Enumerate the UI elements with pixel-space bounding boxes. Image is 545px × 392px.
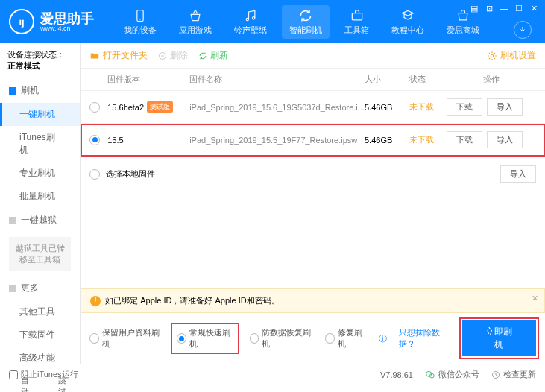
toolbar: 打开文件夹 删除 刷新 刷机设置 xyxy=(81,43,545,69)
nav-tutorials[interactable]: 教程中心 xyxy=(384,5,432,39)
sidebar-item-batch-flash[interactable]: 批量刷机 xyxy=(0,185,80,208)
sidebar-group-more[interactable]: 更多 xyxy=(0,276,80,300)
maximize-icon[interactable]: ☐ xyxy=(514,3,524,13)
mode-keep-data[interactable]: 保留用户资料刷机 xyxy=(89,327,160,350)
sidebar-item-pro-flash[interactable]: 专业刷机 xyxy=(0,162,80,185)
app-url: www.i4.cn xyxy=(40,25,94,32)
statusbar: 阻止iTunes运行 V7.98.61 微信公众号 检查更新 xyxy=(0,364,545,385)
logo-icon: ij xyxy=(9,9,34,34)
appleid-warning: ! 如已绑定 Apple ID，请准备好 Apple ID和密码。 ✕ xyxy=(81,288,545,313)
app-logo: ij 爱思助手 www.i4.cn xyxy=(9,9,94,34)
mode-anti-recovery[interactable]: 防数据恢复刷机 xyxy=(250,327,313,350)
warning-icon: ! xyxy=(90,296,101,306)
help-icon[interactable]: ⓘ xyxy=(379,333,387,344)
sidebar-item-oneclick-flash[interactable]: 一键刷机 xyxy=(0,103,80,126)
mode-normal-fast[interactable]: 常规快速刷机 xyxy=(172,324,237,353)
firmware-radio[interactable] xyxy=(89,102,100,113)
wechat-icon xyxy=(425,370,435,380)
lock-icon[interactable]: ⊡ xyxy=(484,3,494,13)
import-button[interactable]: 导入 xyxy=(487,98,523,116)
menu-icon[interactable]: ▤ xyxy=(469,3,479,13)
update-icon xyxy=(491,370,500,379)
version-label: V7.98.61 xyxy=(380,370,413,379)
erase-only-link[interactable]: 只想抹除数据？ xyxy=(399,327,450,350)
svg-rect-4 xyxy=(352,13,362,19)
sidebar-item-itunes-flash[interactable]: iTunes刷机 xyxy=(0,126,80,162)
sidebar: 设备连接状态：正常模式 刷机 一键刷机 iTunes刷机 专业刷机 批量刷机 一… xyxy=(0,43,81,364)
main-panel: 打开文件夹 删除 刷新 刷机设置 固件版本 固件名称 大小 状态 操作 15.6… xyxy=(81,43,545,364)
svg-point-1 xyxy=(139,19,141,20)
sidebar-group-flash[interactable]: 刷机 xyxy=(0,78,80,103)
firmware-row[interactable]: 15.5 iPad_Spring_2019_15.5_19F77_Restore… xyxy=(81,124,545,157)
nav-ringtones[interactable]: 铃声壁纸 xyxy=(227,5,274,39)
jailbreak-moved-note: 越狱工具已转移至工具箱 xyxy=(9,237,71,271)
download-button[interactable]: 下载 xyxy=(447,98,482,116)
download-button[interactable]: 下载 xyxy=(447,131,482,148)
refresh-button[interactable]: 刷新 xyxy=(198,49,228,62)
sidebar-item-download-firmware[interactable]: 下载固件 xyxy=(0,323,80,347)
connection-status: 设备连接状态：正常模式 xyxy=(0,43,80,78)
local-firmware-radio[interactable] xyxy=(89,169,100,180)
sidebar-item-advanced[interactable]: 高级功能 xyxy=(0,347,80,370)
svg-point-2 xyxy=(246,18,248,20)
firmware-table-header: 固件版本 固件名称 大小 状态 操作 xyxy=(81,69,545,91)
nav-my-device[interactable]: 我的设备 xyxy=(116,5,164,39)
flash-mode-options: 保留用户资料刷机 常规快速刷机 防数据恢复刷机 修复刷机 ⓘ 只想抹除数据？ 立… xyxy=(81,313,545,364)
sidebar-item-other-tools[interactable]: 其他工具 xyxy=(0,300,80,323)
beta-badge: 测试版 xyxy=(147,101,173,113)
top-nav: 我的设备 应用游戏 铃声壁纸 智能刷机 工具箱 教程中心 爱思商城 xyxy=(116,5,487,39)
flash-settings-button[interactable]: 刷机设置 xyxy=(487,49,536,62)
check-update-link[interactable]: 检查更新 xyxy=(491,369,536,380)
close-icon[interactable]: ✕ xyxy=(529,3,539,13)
import-button[interactable]: 导入 xyxy=(487,131,523,148)
firmware-radio[interactable] xyxy=(89,135,100,145)
minimize-icon[interactable]: — xyxy=(499,3,509,13)
wechat-link[interactable]: 微信公众号 xyxy=(425,369,479,380)
open-folder-button[interactable]: 打开文件夹 xyxy=(89,49,148,62)
import-button[interactable]: 导入 xyxy=(500,165,536,183)
mode-repair[interactable]: 修复刷机 xyxy=(325,327,367,350)
nav-flash[interactable]: 智能刷机 xyxy=(282,5,330,39)
svg-point-3 xyxy=(253,16,255,19)
close-warning-icon[interactable]: ✕ xyxy=(532,294,538,303)
block-itunes-checkbox[interactable]: 阻止iTunes运行 xyxy=(9,369,78,380)
local-firmware-row[interactable]: 选择本地固件 导入 xyxy=(81,157,545,192)
nav-apps[interactable]: 应用游戏 xyxy=(171,5,219,39)
app-name: 爱思助手 xyxy=(40,12,94,25)
svg-point-7 xyxy=(491,54,494,57)
window-controls: ▤ ⊡ — ☐ ✕ xyxy=(469,3,539,13)
delete-button: 删除 xyxy=(158,49,188,62)
flash-now-button[interactable]: 立即刷机 xyxy=(462,320,536,356)
firmware-row[interactable]: 15.6beta2测试版 iPad_Spring_2019_15.6_19G50… xyxy=(81,91,545,124)
sidebar-group-jailbreak[interactable]: 一键越狱 xyxy=(0,208,80,233)
nav-toolbox[interactable]: 工具箱 xyxy=(337,5,377,39)
download-manager-icon[interactable] xyxy=(514,21,532,39)
titlebar: ij 爱思助手 www.i4.cn 我的设备 应用游戏 铃声壁纸 智能刷机 工具… xyxy=(0,0,545,43)
